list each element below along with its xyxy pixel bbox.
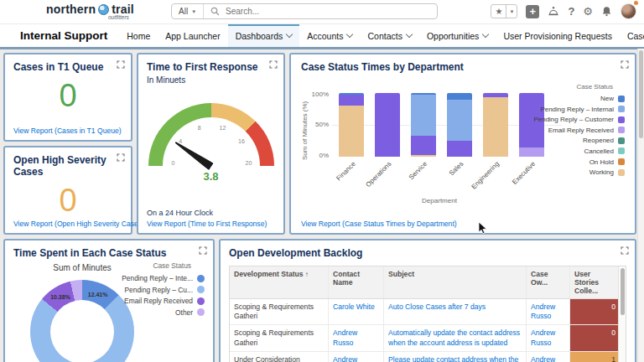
favorites-star-icon[interactable]: ★ xyxy=(491,5,506,18)
subject-link[interactable]: Automatically update the contact address… xyxy=(388,328,520,346)
case-owner-link[interactable]: Andrew Russo xyxy=(531,355,555,362)
legend-swatch xyxy=(197,297,205,305)
column-header-contact-name[interactable]: Contact Name xyxy=(329,266,384,298)
view-report-link[interactable]: View Report (Time to First Response) xyxy=(147,220,267,228)
search-scope-dropdown[interactable]: All ▼ xyxy=(172,4,204,18)
metric-value: 0 xyxy=(13,184,122,218)
tab-label: App Launcher xyxy=(165,31,220,41)
tab-contacts[interactable]: Contacts xyxy=(360,24,418,47)
bar-segment-working xyxy=(411,155,436,157)
global-header: northern trail outfitters All ▼ ★ ▼ + ? … xyxy=(0,0,644,24)
expand-icon[interactable] xyxy=(621,60,629,69)
expand-icon[interactable] xyxy=(269,60,278,69)
tab-label: User Provisioning Requests xyxy=(503,31,612,41)
table-scrollbar[interactable] xyxy=(618,266,626,362)
page-scrollbar-thumb[interactable] xyxy=(639,50,643,138)
tab-home[interactable]: Home xyxy=(119,24,158,47)
legend-label: Reopened xyxy=(583,137,614,144)
cell-user-stories: 1 xyxy=(570,352,619,362)
category-label: Engineering xyxy=(470,160,501,191)
help-icon[interactable]: ? xyxy=(568,5,574,18)
global-search[interactable]: All ▼ xyxy=(171,3,438,19)
subject-link[interactable]: Please update contact address when the a… xyxy=(388,355,518,362)
tab-user-provisioning-requests[interactable]: User Provisioning Requests xyxy=(496,24,620,47)
case-owner-link[interactable]: Andrew Russo xyxy=(531,328,555,346)
tab-opportunities[interactable]: Opportunities xyxy=(419,24,496,47)
global-actions-plus-icon[interactable]: + xyxy=(526,5,539,18)
tab-cases[interactable]: Cases xyxy=(620,24,644,47)
card-title: Time Spent in Each Case Status xyxy=(13,247,205,259)
expand-icon[interactable] xyxy=(117,60,125,69)
legend-label: Working xyxy=(589,168,614,176)
table-row: Under ConsiderationAndrew RussoPlease up… xyxy=(230,352,619,362)
chevron-down-icon xyxy=(346,31,353,38)
legend-swatch xyxy=(618,147,625,154)
tab-accounts[interactable]: Accounts xyxy=(299,24,360,47)
search-scope-label: All xyxy=(179,7,188,16)
view-report-link[interactable]: View Report (Open High Severity Cases) xyxy=(13,220,144,228)
guidance-center-icon[interactable] xyxy=(548,6,559,17)
bar-segment-new xyxy=(447,93,472,100)
legend-label: On Hold xyxy=(589,158,614,166)
favorites-caret-icon[interactable]: ▼ xyxy=(506,5,517,18)
legend-swatch xyxy=(197,275,205,282)
legend-swatch xyxy=(618,116,625,123)
column-label: Subject xyxy=(388,270,414,278)
legend-item-pending-reply-internal: Pending Reply – Internal xyxy=(533,106,625,113)
legend-item-email-reply-received: Email Reply Received xyxy=(122,297,205,305)
bar-stack xyxy=(339,93,364,157)
card-title: Time to First Response xyxy=(147,61,275,73)
gauge-tick-label: 16 xyxy=(238,138,245,144)
tab-app-launcher[interactable]: App Launcher xyxy=(158,24,227,47)
column-label: Development Status xyxy=(234,270,304,278)
case-owner-link[interactable]: Andrew Russo xyxy=(531,303,555,320)
column-header-case-ow[interactable]: Case Ow... xyxy=(527,266,570,298)
expand-icon[interactable] xyxy=(199,246,207,255)
legend-label: Other xyxy=(175,308,193,317)
bar-stack xyxy=(447,93,472,157)
tab-label: Cases xyxy=(627,31,644,41)
contact-name-link[interactable]: Andrew Russo xyxy=(333,355,357,362)
expand-icon[interactable] xyxy=(621,246,629,255)
view-report-link[interactable]: View Report (Cases in T1 Queue) xyxy=(13,127,122,135)
legend-item-email-reply-received: Email Reply Received xyxy=(533,127,625,134)
donut-chart: 12.41%10.38% xyxy=(30,280,134,362)
view-report-link[interactable]: View Report (Case Status Times by Depart… xyxy=(301,220,457,228)
bar-stack xyxy=(375,93,400,157)
column-header-user-stories-colle[interactable]: User Stories Colle... xyxy=(570,266,619,298)
tab-label: Home xyxy=(127,31,150,41)
setup-gear-icon[interactable]: ⚙ xyxy=(583,5,593,18)
metric-value: 0 xyxy=(13,80,122,113)
table-header-row: Development Status↑Contact NameSubjectCa… xyxy=(230,266,619,299)
legend-swatch xyxy=(618,158,625,165)
legend-item-working: Working xyxy=(533,168,625,176)
page-scrollbar[interactable] xyxy=(637,49,644,362)
notifications-bell-icon[interactable] xyxy=(601,6,612,17)
gauge-tick-label: 0 xyxy=(172,160,175,166)
subject-link[interactable]: Auto Close Cases after 7 days xyxy=(388,303,486,311)
table-scrollbar-thumb[interactable] xyxy=(621,268,625,315)
legend-label: New xyxy=(600,95,614,102)
chevron-down-icon xyxy=(482,31,489,38)
slice-label-pending-reply-internal: 12.41% xyxy=(88,291,108,297)
bar-segment-pending-reply-internal xyxy=(447,100,472,141)
legend-label: Cancelled xyxy=(584,147,614,155)
column-header-subject[interactable]: Subject xyxy=(384,266,527,298)
y-tick: 100% xyxy=(312,90,329,98)
chart-legend: Case Status NewPending Reply – InternalP… xyxy=(533,83,625,179)
card-time-spent-in-each-case-status: Time Spent in Each Case Status Sum of Mi… xyxy=(3,239,215,362)
contact-name-link[interactable]: Andrew Russo xyxy=(333,328,357,346)
bar-sales: Sales xyxy=(447,93,472,157)
column-label: User Stories Colle... xyxy=(574,270,599,295)
app-launcher-waffle-icon[interactable] xyxy=(10,30,13,42)
search-input[interactable] xyxy=(224,6,437,17)
chart-legend: Case Status Pending Reply – Inte...Pendi… xyxy=(122,261,205,319)
chevron-down-icon xyxy=(406,31,413,38)
tab-dashboards[interactable]: Dashboards xyxy=(228,24,300,47)
y-axis-ticks: 100% 50% 0% xyxy=(309,93,332,157)
legend-swatch xyxy=(618,127,625,133)
user-avatar[interactable] xyxy=(621,3,636,19)
column-header-development-status[interactable]: Development Status↑ xyxy=(230,266,329,298)
expand-icon[interactable] xyxy=(117,153,125,162)
contact-name-link[interactable]: Carole White xyxy=(333,303,375,311)
